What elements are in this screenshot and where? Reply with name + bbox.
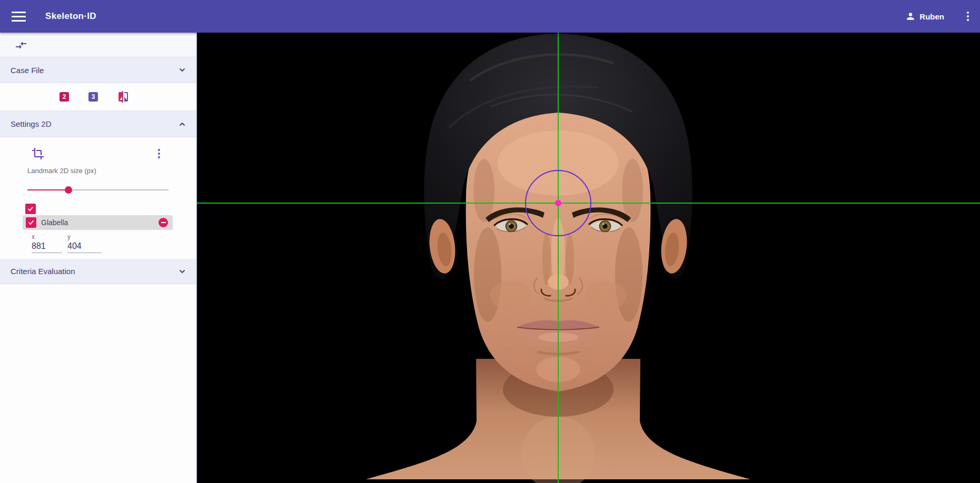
- sidebar-toolbar: [0, 33, 196, 57]
- slider-thumb[interactable]: [65, 186, 72, 194]
- user-name: Ruben: [919, 12, 944, 21]
- x-input[interactable]: [32, 240, 62, 253]
- section-case-file[interactable]: Case File: [0, 57, 196, 83]
- section-settings-2d[interactable]: Settings 2D: [0, 111, 196, 137]
- crop-landmark-icon[interactable]: [32, 147, 44, 160]
- case-file-label: Case File: [11, 66, 44, 75]
- glabella-landmark-dot[interactable]: [555, 200, 561, 206]
- user-icon: [905, 11, 916, 22]
- view-3d-button[interactable]: 3: [88, 92, 98, 102]
- landmark-size-label: Landmark 2D size (px): [27, 167, 96, 175]
- chevron-down-icon: [178, 267, 186, 276]
- top-app-bar: Skeleton·ID Ruben: [0, 0, 980, 33]
- remove-landmark-button[interactable]: [159, 218, 168, 227]
- view-2d-button[interactable]: 2: [60, 92, 69, 102]
- overflow-menu-icon[interactable]: [962, 11, 974, 22]
- landmark-row-glabella[interactable]: Glabella: [23, 215, 173, 230]
- chevron-up-icon: [178, 120, 186, 128]
- landmark-size-slider[interactable]: [27, 186, 169, 194]
- app-title: Skeleton·ID: [45, 11, 96, 22]
- minus-icon: [161, 222, 166, 223]
- image-viewport[interactable]: [197, 33, 980, 483]
- section-criteria-evaluation[interactable]: Criteria Evaluation: [0, 259, 196, 284]
- user-menu[interactable]: Ruben: [905, 11, 944, 22]
- panel-menu-icon[interactable]: [155, 148, 163, 159]
- crosshair-vertical-line: [558, 33, 559, 483]
- settings-2d-panel: Landmark 2D size (px) Glabella: [0, 137, 196, 259]
- settings-2d-label: Settings 2D: [11, 119, 52, 128]
- y-label: y: [67, 233, 102, 240]
- coordinate-x-field: x: [32, 233, 62, 253]
- menu-icon[interactable]: [12, 12, 26, 22]
- select-all-checkbox[interactable]: [25, 204, 36, 214]
- compare-arrows-icon[interactable]: [15, 39, 27, 52]
- check-icon: [27, 205, 34, 213]
- criteria-evaluation-label: Criteria Evaluation: [11, 267, 75, 276]
- y-input[interactable]: [67, 240, 102, 253]
- glabella-checkbox[interactable]: [26, 217, 36, 228]
- app-window: Skeleton·ID Ruben Case File 2 3: [0, 0, 980, 483]
- landmark-name: Glabella: [41, 218, 159, 227]
- x-label: x: [32, 233, 62, 240]
- coordinate-y-field: y: [67, 233, 102, 253]
- compare-view-icon[interactable]: [117, 90, 130, 103]
- face-render: [197, 33, 980, 483]
- sidebar: Case File 2 3 Settings 2D Landmark: [0, 33, 197, 483]
- chevron-down-icon: [178, 66, 186, 74]
- check-icon: [27, 219, 35, 226]
- view-switcher: 2 3: [0, 83, 196, 111]
